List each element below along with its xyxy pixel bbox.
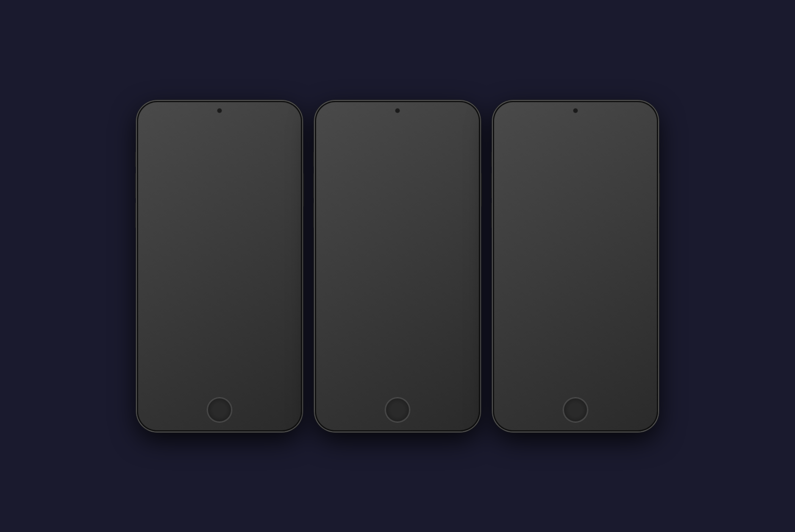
phone-screen-3: HT HR 📶 🔒 ↑ ⏰ ✦ 80% ⚡ — [496, 107, 655, 426]
phone3-big-time: 1:00 — [544, 140, 607, 179]
signal-dot-3-1 — [502, 113, 504, 115]
page-dot-2 — [395, 390, 398, 392]
alarm-app-name: ALARM — [340, 201, 356, 206]
volume-down-button-3 — [491, 203, 493, 228]
close-notification-button[interactable]: × — [278, 145, 286, 153]
volume-down-button-2 — [313, 203, 315, 228]
status-bar-phone3: HT HR 📶 🔒 ↑ ⏰ ✦ 80% ⚡ — [496, 107, 655, 119]
phone3-background: HT HR 📶 🔒 ↑ ⏰ ✦ 80% ⚡ — [496, 107, 655, 426]
phone3-lockscreen-time: 1:00 Saturday, June 25 — [544, 119, 607, 188]
bluetooth-icon: ✦ — [442, 111, 445, 116]
volume-up-button — [135, 173, 137, 198]
notification-actions: Remind in 10 Min Stop — [147, 204, 292, 246]
mute-button-3 — [491, 152, 493, 167]
mute-button-2 — [313, 152, 315, 167]
signal-dot-3-4 — [512, 113, 514, 115]
battery-icon — [456, 112, 464, 116]
page-dots: ⬡ — [390, 388, 405, 393]
wifi-icon: 📶 — [359, 111, 364, 117]
battery-pct-label-3: 80% — [624, 111, 633, 116]
signal-dot-3-3 — [509, 113, 511, 115]
page-dot-camera: ⬡ — [400, 388, 405, 393]
volume-up-button-2 — [313, 173, 315, 198]
battery-fill-3 — [634, 112, 640, 116]
remind-button[interactable]: Remind in 10 Min — [147, 205, 292, 226]
alarm-icon-3: ⏰ — [613, 111, 618, 116]
signal-dot-3-5 — [516, 113, 518, 115]
phone2-background: HT HR 📶 🔒 ↑ ⏰ ✦ 80% ⚡ 1:00 — [318, 107, 477, 426]
charging-icon: ⚡ — [466, 111, 471, 116]
alarm-notification[interactable]: ⏰ ALARM now Snoozing 8:55 remaining Pres… — [325, 196, 470, 233]
lockscreen-date: Saturday, June 25 — [366, 179, 429, 188]
volume-up-button-3 — [491, 173, 493, 198]
app-name-label: CLOCK — [164, 146, 183, 152]
phone-3: HT HR 📶 🔒 ↑ ⏰ ✦ 80% ⚡ — [493, 101, 658, 432]
alarm-notif-timestamp: now — [455, 201, 464, 206]
remind-in-10-button[interactable]: Remind in 10 Min — [534, 238, 617, 259]
battery-pct-label: 80% — [446, 111, 455, 116]
notification-card: ⏰ CLOCK × 7:45 snooze remaining Remind i… — [147, 141, 292, 246]
phone1-background: ⏰ CLOCK × 7:45 snooze remaining Remind i… — [140, 107, 299, 426]
lock-icon-3: 🔒 — [573, 111, 579, 117]
signal-dot-5 — [338, 113, 340, 115]
alarm-remaining-time: 8:55 remaining — [331, 215, 464, 222]
location-icon-3: ↑ — [610, 111, 612, 116]
signal-dot-4 — [334, 113, 336, 115]
stop-button[interactable]: Stop — [147, 226, 292, 246]
power-button — [302, 173, 304, 207]
charging-icon-3: ⚡ — [644, 111, 649, 116]
alarm-snoozing-label: Snoozing — [331, 208, 464, 215]
phone-1: ⏰ CLOCK × 7:45 snooze remaining Remind i… — [137, 101, 302, 432]
carrier-info: HT HR 📶 — [324, 111, 364, 117]
clock-icon: ⏰ — [155, 146, 161, 152]
lock-icon: 🔒 — [395, 111, 401, 117]
status-bar-phone2: HT HR 📶 🔒 ↑ ⏰ ✦ 80% ⚡ — [318, 107, 477, 119]
lockscreen-big-time: 1:00 — [366, 140, 429, 179]
phone3-date: Saturday, June 25 — [544, 179, 607, 188]
battery-icon-3 — [634, 112, 642, 116]
lockscreen-content: 1:00 Saturday, June 25 ⏰ ALARM now Snooz… — [318, 119, 477, 233]
signal-dot-3 — [331, 113, 333, 115]
power-button-2 — [480, 173, 482, 207]
snooze-label: snooze remaining — [153, 192, 286, 200]
location-icon: ↑ — [432, 111, 434, 116]
signal-dot-1 — [324, 113, 326, 115]
carrier-name-3: HT HR — [520, 111, 534, 117]
going-to-bed-text: Going to Bed Now — [550, 376, 601, 383]
phone-screen-1: ⏰ CLOCK × 7:45 snooze remaining Remind i… — [140, 107, 299, 426]
sleep-message: Stay consistent: Go to bed now to get 8 … — [496, 188, 655, 237]
alarm-press-more[interactable]: Press for more — [331, 223, 464, 229]
alarm-notif-header: ⏰ ALARM now — [331, 201, 464, 206]
notification-header: ⏰ CLOCK × — [147, 141, 292, 156]
time-display-area: 7:45 snooze remaining — [147, 156, 292, 204]
mute-button — [135, 152, 137, 167]
signal-dot-3-2 — [506, 113, 508, 115]
alarm-app-info: ⏰ ALARM — [331, 201, 357, 206]
phone3-content: HT HR 📶 🔒 ↑ ⏰ ✦ 80% ⚡ — [496, 107, 655, 426]
notification-app-info: ⏰ CLOCK — [153, 145, 183, 153]
phone-2: HT HR 📶 🔒 ↑ ⏰ ✦ 80% ⚡ 1:00 — [315, 101, 480, 432]
clock-app-icon: ⏰ — [153, 145, 162, 153]
volume-down-button — [135, 203, 137, 228]
carrier-name: HT HR — [342, 111, 356, 117]
power-button-3 — [658, 173, 660, 207]
alarm-icon: ⏰ — [435, 111, 440, 116]
status-icons-right-3: ↑ ⏰ ✦ 80% ⚡ — [610, 111, 649, 116]
wifi-icon-3: 📶 — [536, 111, 542, 117]
press-home-text: Press home to unlock — [367, 380, 428, 387]
signal-dot-2 — [328, 113, 330, 115]
status-icons-right: ↑ ⏰ ✦ 80% ⚡ — [432, 111, 471, 116]
page-dot-1 — [390, 390, 392, 392]
phone-screen-2: HT HR 📶 🔒 ↑ ⏰ ✦ 80% ⚡ 1:00 — [318, 107, 477, 426]
carrier-info-3: HT HR 📶 — [502, 111, 542, 117]
lockscreen-time: 1:00 Saturday, June 25 — [366, 119, 429, 188]
alarm-clock-icon: ⏰ — [331, 201, 337, 206]
snooze-time: 7:45 — [153, 160, 286, 191]
battery-fill — [456, 112, 462, 116]
bluetooth-icon-3: ✦ — [620, 111, 623, 116]
